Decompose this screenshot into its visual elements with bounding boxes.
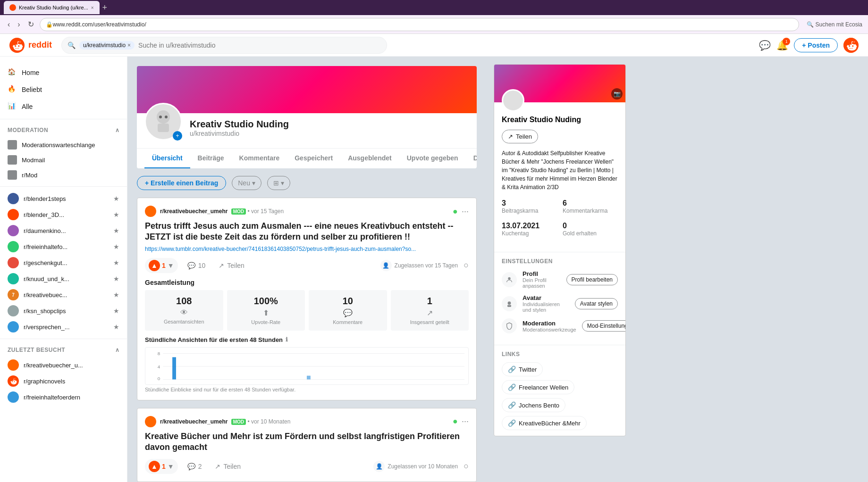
avatar-stylen-button[interactable]: Avatar stylen bbox=[575, 298, 618, 309]
approved-badge-1: 👤 Zugelassen vor 15 Tagen bbox=[380, 260, 458, 271]
tab-upvote[interactable]: Upvote gegeben bbox=[399, 149, 466, 168]
post-link-1[interactable]: https://www.tumblr.com/kreative-buecher/… bbox=[145, 246, 469, 252]
reddit-logo[interactable]: reddit bbox=[9, 38, 52, 53]
bookmark-button-1[interactable]: ○ bbox=[463, 260, 469, 270]
sidebar-item-warteschlange[interactable]: Moderationswarteschlange bbox=[0, 137, 127, 152]
chat-icon[interactable]: 💬 bbox=[759, 40, 771, 51]
post-more-button-1[interactable]: ··· bbox=[462, 207, 469, 216]
sidebar-item-modmail[interactable]: Modmail bbox=[0, 152, 127, 167]
downvote-button-2[interactable]: ▼ bbox=[168, 463, 174, 470]
community-item-blender1steps[interactable]: r/blender1steps ★ bbox=[0, 191, 127, 207]
create-post-button[interactable]: + Erstelle einen Beitrag bbox=[137, 176, 226, 190]
star-icon-daumenkino[interactable]: ★ bbox=[113, 227, 119, 234]
downvote-button-1[interactable]: ▼ bbox=[168, 262, 174, 269]
address-bar[interactable]: 🔒 www.reddit.com/user/kreativimstudio/ bbox=[40, 18, 800, 31]
recent-item-graphicnovels[interactable]: r/graphicnovels bbox=[0, 373, 127, 389]
star-icon-knuud[interactable]: ★ bbox=[113, 275, 119, 283]
community-avatar-daumenkino bbox=[8, 225, 19, 236]
search-input[interactable] bbox=[138, 42, 381, 49]
recent-item-freieinhalte[interactable]: r/freieinhaltefoerdern bbox=[0, 389, 127, 405]
link-kreativebuecher[interactable]: 🔗 KreativeBücher &Mehr bbox=[502, 416, 587, 430]
community-item-ksn[interactable]: r/ksn_shopclips ★ bbox=[0, 303, 127, 319]
star-icon-geschenkgut[interactable]: ★ bbox=[113, 259, 119, 266]
layout-button[interactable]: ⊞ ▾ bbox=[267, 176, 290, 190]
add-photo-icon[interactable]: + bbox=[173, 131, 182, 141]
tab-gespeichert[interactable]: Gespeichert bbox=[287, 149, 340, 168]
community-item-daumenkino[interactable]: r/daumenkino... ★ bbox=[0, 223, 127, 239]
sidebar-item-home[interactable]: 🏠 Home bbox=[0, 64, 127, 81]
search-bar[interactable]: 🔍 u/kreativimstudio × bbox=[61, 37, 387, 54]
upvote-button-2[interactable]: ▲ bbox=[149, 461, 160, 472]
link-freelancer-wellen[interactable]: 🔗 Freelancer Wellen bbox=[502, 380, 574, 394]
recent-item-kreativebuecher[interactable]: r/kreativebuecher_u... bbox=[0, 357, 127, 373]
post-more-button-2[interactable]: ··· bbox=[462, 416, 469, 426]
community-item-knuud[interactable]: r/knuud_und_k... ★ bbox=[0, 271, 127, 287]
kommentarkarma-value: 6 bbox=[563, 199, 618, 208]
sidebar-item-rmod[interactable]: r/Mod bbox=[0, 167, 127, 183]
chart-info-icon[interactable]: ℹ bbox=[286, 336, 288, 343]
header-actions: 💬 🔔 1 + Posten bbox=[759, 38, 859, 53]
star-icon-versprechen[interactable]: ★ bbox=[113, 323, 119, 331]
svg-rect-24 bbox=[508, 102, 518, 109]
share-icon-1: ↗ bbox=[219, 262, 224, 269]
browser-tab[interactable]: Kreativ Studio Nuding (u/kre... × bbox=[4, 1, 100, 14]
community-item-geschenkgut[interactable]: r/geschenkgut... ★ bbox=[0, 255, 127, 271]
share-profile-button[interactable]: ↗ Teilen bbox=[502, 130, 538, 143]
community-item-versprechen[interactable]: r/versprechen_... ★ bbox=[0, 319, 127, 335]
tab-ubersicht[interactable]: Übersicht bbox=[144, 149, 190, 168]
tab-beitrage[interactable]: Beiträge bbox=[190, 149, 232, 168]
approved-avatar-2: 👤 bbox=[373, 461, 385, 472]
back-button[interactable]: ‹ bbox=[6, 18, 12, 31]
new-tab-icon[interactable]: + bbox=[102, 3, 108, 13]
share-button-2[interactable]: ↗ Teilen bbox=[211, 461, 244, 472]
community-item-freieinhalte[interactable]: r/freieinhaltefo... ★ bbox=[0, 239, 127, 255]
forward-button[interactable]: › bbox=[16, 18, 22, 31]
post-subreddit-link-2[interactable]: r/kreativebuecher_umehr bbox=[160, 418, 228, 425]
community-item-blender3d[interactable]: r/blender_3D... ★ bbox=[0, 207, 127, 223]
profile-card-avatar bbox=[502, 89, 524, 112]
tab-ausgeblendet[interactable]: Ausgeblendet bbox=[340, 149, 399, 168]
star-icon-blender1[interactable]: ★ bbox=[113, 195, 119, 202]
comment-count-1: 10 bbox=[198, 262, 206, 269]
edit-banner-icon[interactable]: 📷 bbox=[611, 88, 623, 100]
sidebar-item-alle[interactable]: 📊 Alle bbox=[0, 98, 127, 115]
moderation-collapse-icon[interactable]: ∧ bbox=[115, 127, 120, 133]
community-item-kreativebuec[interactable]: 7 r/kreativebuec... ★ bbox=[0, 287, 127, 303]
star-icon-blender3d[interactable]: ★ bbox=[113, 211, 119, 218]
post-button[interactable]: + Posten bbox=[794, 38, 838, 52]
comment-button-2[interactable]: 💬 2 bbox=[184, 461, 206, 472]
profil-label: Profil bbox=[522, 270, 561, 277]
reload-button[interactable]: ↻ bbox=[26, 18, 36, 31]
recently-visited-collapse-icon[interactable]: ∧ bbox=[115, 347, 120, 353]
share-button-1[interactable]: ↗ Teilen bbox=[215, 260, 248, 271]
upvote-button-1[interactable]: ▲ bbox=[149, 260, 160, 271]
post-time-2: vor 10 Monaten bbox=[251, 418, 290, 425]
search-icon: 🔍 bbox=[67, 42, 76, 49]
tab-close-icon[interactable]: × bbox=[91, 5, 94, 10]
profil-bearbeiten-button[interactable]: Profil bearbeiten bbox=[566, 274, 618, 285]
tab-kommentare[interactable]: Kommentare bbox=[232, 149, 287, 168]
stat-upvote-label: Upvote-Rate bbox=[233, 319, 300, 325]
star-icon-freieinhalte[interactable]: ★ bbox=[113, 243, 119, 250]
link-twitter[interactable]: 🔗 Twitter bbox=[502, 362, 543, 376]
link-jochens-bento[interactable]: 🔗 Jochens Bento bbox=[502, 398, 565, 412]
svg-text:0: 0 bbox=[158, 376, 160, 381]
user-avatar[interactable] bbox=[843, 38, 859, 53]
search-tag-close[interactable]: × bbox=[127, 42, 131, 49]
search-tag[interactable]: u/kreativimstudio × bbox=[79, 41, 135, 50]
tab-more[interactable]: D bbox=[466, 149, 477, 168]
bookmark-button-2[interactable]: ○ bbox=[463, 461, 469, 471]
community-avatar-knuud bbox=[8, 273, 19, 284]
sidebar-item-beliebt[interactable]: 🔥 Beliebt bbox=[0, 81, 127, 98]
share-profile-label: Teilen bbox=[516, 133, 532, 140]
notification-bell-icon[interactable]: 🔔 1 bbox=[776, 40, 788, 51]
star-icon-ksn[interactable]: ★ bbox=[113, 307, 119, 315]
kreative-link-label: KreativeBücher &Mehr bbox=[519, 420, 581, 427]
star-icon-kreativebuec[interactable]: ★ bbox=[113, 291, 119, 299]
share-profile-icon: ↗ bbox=[508, 133, 513, 140]
vote-count-1: 1 bbox=[162, 262, 166, 269]
comment-button-1[interactable]: 💬 10 bbox=[184, 260, 210, 271]
mod-einstellungen-button[interactable]: Mod-Einstellungen bbox=[582, 320, 626, 332]
sort-button[interactable]: Neu ▾ bbox=[232, 176, 261, 190]
post-subreddit-link-1[interactable]: r/kreativebuecher_umehr bbox=[160, 208, 228, 215]
